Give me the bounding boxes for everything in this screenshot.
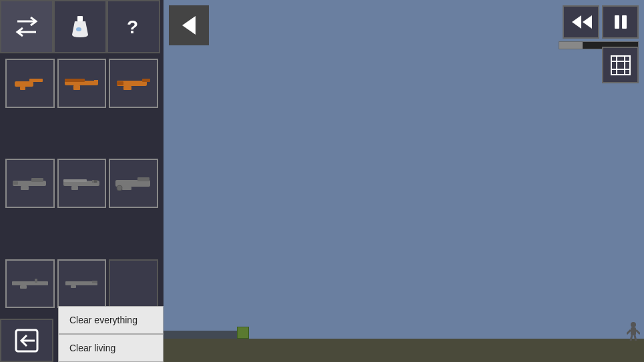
svg-rect-44 (611, 56, 630, 75)
svg-rect-22 (94, 180, 97, 183)
weapon-cell-2[interactable] (57, 59, 107, 108)
toolbar: ? (0, 0, 164, 53)
svg-line-50 (635, 335, 636, 341)
rewind-button[interactable] (563, 5, 599, 39)
pause-icon (611, 13, 630, 31)
svg-marker-35 (182, 16, 196, 35)
svg-rect-19 (63, 179, 87, 182)
svg-rect-39 (622, 15, 627, 29)
rewind-icon (569, 13, 593, 31)
svg-line-49 (631, 335, 632, 341)
svg-rect-38 (615, 15, 619, 29)
svg-point-1 (76, 27, 81, 31)
svg-marker-37 (583, 15, 592, 29)
game-area (164, 0, 644, 362)
svg-rect-5 (20, 87, 25, 90)
right-figure (627, 322, 640, 339)
svg-point-26 (117, 185, 122, 191)
svg-rect-7 (65, 79, 85, 82)
pistol-icon (13, 76, 47, 91)
weapon-cell-5[interactable] (57, 159, 107, 208)
svg-rect-17 (13, 181, 18, 185)
svg-rect-11 (142, 79, 150, 82)
weapon-cell-7[interactable] (5, 259, 55, 309)
potion-button[interactable] (53, 0, 107, 53)
smg-icon (115, 76, 152, 91)
back-arrow-icon (180, 13, 198, 37)
exit-icon (13, 327, 40, 354)
svg-rect-12 (123, 86, 131, 90)
svg-rect-29 (20, 285, 27, 289)
svg-rect-15 (31, 178, 43, 182)
svg-rect-3 (15, 81, 33, 87)
weapon-cell-8[interactable] (57, 259, 107, 309)
svg-rect-24 (137, 177, 149, 181)
weapon-cell-4[interactable] (5, 159, 55, 208)
help-button[interactable]: ? (107, 0, 160, 53)
shotgun-icon (62, 176, 101, 191)
svg-rect-8 (73, 85, 80, 90)
control-buttons (563, 5, 639, 39)
player-character (237, 327, 249, 339)
clear-living-item[interactable]: Clear living (58, 334, 164, 362)
weapon-cell-1[interactable] (5, 59, 55, 108)
svg-rect-20 (71, 186, 78, 190)
svg-rect-31 (71, 285, 76, 288)
svg-text:?: ? (127, 17, 138, 37)
svg-rect-25 (122, 187, 131, 190)
svg-rect-13 (117, 81, 123, 85)
grid-toggle-button[interactable] (602, 47, 639, 83)
svg-rect-28 (35, 279, 37, 283)
lmg-icon (114, 176, 153, 191)
svg-rect-9 (94, 80, 98, 82)
context-menu: Clear everything Clear living (58, 306, 164, 362)
back-button[interactable] (169, 5, 209, 45)
svg-rect-27 (12, 281, 48, 285)
assault-icon (11, 176, 48, 191)
figure-icon (627, 322, 640, 341)
rifle-icon (63, 76, 100, 91)
svg-rect-46 (631, 327, 636, 335)
bottom-left-button[interactable] (0, 319, 53, 362)
svg-rect-4 (29, 79, 43, 82)
weapon-cell-6[interactable] (109, 159, 158, 208)
ground-silhouette (164, 331, 244, 339)
svg-marker-36 (572, 15, 581, 29)
svg-line-47 (627, 330, 631, 334)
potion-icon (69, 15, 91, 39)
svg-line-48 (636, 330, 640, 334)
svg-rect-16 (21, 186, 29, 190)
swap-icon (15, 15, 39, 39)
svg-rect-32 (92, 281, 97, 283)
sniper-icon (11, 278, 49, 289)
progress-bar-fill (559, 42, 583, 49)
weapon-cell-9[interactable] (109, 259, 158, 309)
smg2-icon (64, 279, 99, 288)
pause-button[interactable] (602, 5, 639, 39)
svg-point-45 (631, 322, 636, 327)
grid-icon (609, 53, 633, 77)
help-icon: ? (123, 15, 143, 39)
clear-everything-item[interactable]: Clear everything (58, 306, 164, 334)
svg-rect-0 (77, 16, 83, 21)
weapon-cell-3[interactable] (109, 59, 158, 108)
swap-button[interactable] (0, 0, 53, 53)
ground (164, 339, 644, 362)
